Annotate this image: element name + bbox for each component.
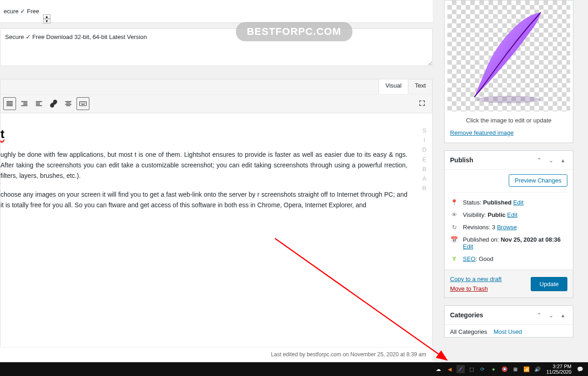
unlink-button[interactable] (62, 97, 75, 110)
windows-taskbar: ☁ ◀ ⬚ ⟳ ● ⊞ 📶 🔊 3:27 PM 11/25/2020 💬 (0, 362, 588, 376)
feather-icon (463, 6, 555, 106)
svg-rect-5 (81, 104, 85, 105)
editor-content[interactable]: t ughly be done with few applications, b… (0, 113, 433, 351)
move-to-trash-link[interactable]: Move to Trash (450, 285, 488, 292)
copy-draft-link[interactable]: Copy to a new draft (450, 276, 502, 282)
categories-panel: Categories ⌃ ⌄ ▴ All Categories Most Use… (444, 305, 573, 337)
indent-left-button[interactable] (33, 97, 45, 110)
panel-up-icon[interactable]: ⌃ (534, 310, 544, 320)
panel-toggle-icon[interactable]: ▴ (558, 155, 567, 165)
tab-visual[interactable]: Visual (379, 79, 408, 94)
title-overflow-row: ecure ✓ Free ▲ ▼ (0, 0, 433, 23)
svg-rect-2 (82, 103, 83, 104)
revisions-icon: ↻ (450, 224, 458, 231)
editor-container: Visual Text (0, 79, 433, 113)
volume-orange-icon[interactable]: ◀ (445, 365, 454, 373)
panel-down-icon[interactable]: ⌄ (546, 155, 555, 165)
edit-visibility-link[interactable]: Edit (507, 211, 517, 218)
paragraph-1: ughly be done with few applications, but… (0, 149, 407, 181)
taskbar-clock[interactable]: 3:27 PM 11/25/2020 (546, 364, 572, 375)
spinner-down[interactable]: ▼ (43, 19, 50, 23)
publish-title: Publish (450, 156, 473, 164)
featured-image-panel: Click the image to edit or update Remove… (444, 0, 573, 143)
notifications-icon[interactable]: 💬 (576, 365, 584, 373)
overflow-spinner: ecure ✓ Free ▲ ▼ (0, 8, 50, 15)
edit-status-link[interactable]: Edit (513, 199, 523, 206)
indent-right-button[interactable] (18, 97, 31, 110)
paragraph-2: choose any images on your screen it will… (0, 189, 407, 210)
panel-down-icon[interactable]: ⌄ (546, 310, 555, 320)
eye-icon: 👁 (450, 211, 458, 218)
panel-toggle-icon[interactable]: ▴ (558, 310, 567, 320)
edit-date-link[interactable]: Edit (463, 243, 473, 250)
categories-title: Categories (450, 311, 483, 319)
svg-rect-0 (80, 102, 87, 106)
dropbox-icon[interactable]: ⬚ (467, 365, 476, 373)
excerpt-area: Secure ✓ Free Download 32-bit, 64-bit La… (0, 28, 433, 67)
security-icon[interactable]: ⊞ (511, 365, 520, 373)
article-body: ughly be done with few applications, but… (0, 149, 407, 210)
svg-point-11 (504, 368, 506, 370)
browse-revisions-link[interactable]: Browse (497, 224, 517, 231)
publish-panel: Publish ⌃ ⌄ ▴ Preview Changes 📍 Status: … (444, 150, 573, 298)
link-button[interactable] (47, 97, 60, 110)
tab-all-categories[interactable]: All Categories (450, 328, 487, 335)
preview-changes-button[interactable]: Preview Changes (509, 174, 567, 187)
svg-rect-4 (85, 103, 86, 104)
idm-icon[interactable]: ● (489, 365, 498, 373)
speaker-icon[interactable]: 🔊 (533, 365, 542, 373)
fullscreen-button[interactable] (416, 97, 429, 110)
editor-toolbar (0, 94, 432, 113)
pin-icon: 📍 (450, 199, 458, 206)
svg-rect-3 (83, 103, 84, 104)
overflow-text: ecure ✓ Free (0, 4, 43, 18)
calendar-icon: 📅 (450, 236, 458, 243)
tab-most-used[interactable]: Most Used (494, 328, 522, 335)
article-title: t (0, 127, 407, 141)
align-justify-button[interactable] (3, 97, 16, 110)
svg-point-6 (477, 96, 541, 103)
update-button[interactable]: Update (531, 277, 567, 291)
spinner-up[interactable]: ▲ (43, 14, 50, 19)
wifi-icon[interactable]: 📶 (522, 365, 531, 373)
lightshot-tray-icon[interactable] (456, 365, 465, 373)
image-hint: Click the image to edit or update (445, 111, 573, 129)
panel-up-icon[interactable]: ⌃ (534, 155, 544, 165)
sync-icon[interactable]: ⟳ (478, 365, 487, 373)
tab-text[interactable]: Text (408, 79, 432, 94)
sidebar-letters: S I D E B A R (417, 113, 432, 351)
system-tray: ☁ ◀ ⬚ ⟳ ● ⊞ 📶 🔊 (434, 365, 542, 373)
last-edited-text: Last edited by bestforpc.com on November… (0, 347, 433, 361)
cloud-icon[interactable]: ☁ (434, 365, 443, 373)
seo-icon: Y (450, 255, 458, 262)
svg-rect-1 (81, 103, 82, 104)
chrome-icon[interactable] (500, 365, 509, 373)
excerpt-textarea[interactable]: Secure ✓ Free Download 32-bit, 64-bit La… (0, 28, 433, 66)
remove-featured-image-link[interactable]: Remove featured image (450, 129, 514, 136)
keyboard-toggle-button[interactable] (77, 97, 89, 110)
featured-image-preview[interactable] (447, 0, 570, 111)
seo-link[interactable]: SEO (463, 255, 475, 262)
